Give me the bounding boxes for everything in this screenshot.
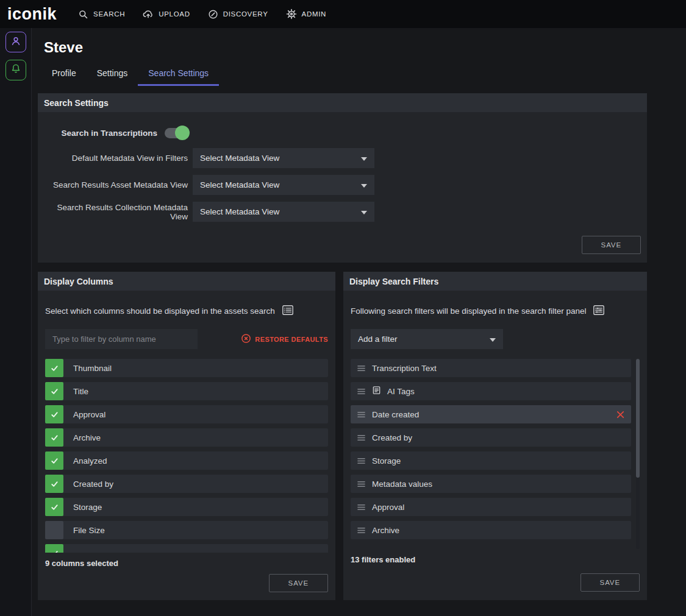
filter-row[interactable]: Transcription Text [351, 359, 631, 377]
filters-list: Transcription Text AI Tags Date created [351, 359, 640, 549]
drag-handle-icon[interactable] [357, 388, 366, 395]
check-icon [50, 387, 59, 396]
chevron-down-icon [361, 207, 367, 216]
restore-defaults-button[interactable]: RESTORE DEFAULTS [241, 333, 328, 345]
filter-row[interactable]: Approval [351, 498, 631, 516]
gear-icon [285, 8, 298, 20]
filter-row[interactable]: Storage [351, 451, 631, 470]
drag-handle-icon[interactable] [357, 364, 366, 372]
drag-handle-icon[interactable] [357, 480, 366, 488]
drag-handle-icon[interactable] [357, 411, 366, 419]
tab-settings[interactable]: Settings [87, 66, 138, 86]
column-checkbox[interactable] [45, 405, 63, 423]
display-columns-description: Select which columns should be displayed… [45, 306, 275, 316]
search-settings-header: Search Settings [38, 93, 647, 112]
transcriptions-toggle[interactable] [165, 128, 188, 138]
nav-discovery[interactable]: DISCOVERY [207, 9, 268, 20]
column-checkbox[interactable] [45, 451, 63, 470]
chevron-down-icon [361, 154, 367, 163]
column-row[interactable]: Analyzed [45, 451, 328, 470]
save-columns-button[interactable]: SAVE [269, 574, 328, 592]
save-button[interactable]: SAVE [582, 236, 641, 254]
column-checkbox[interactable] [45, 382, 63, 400]
restore-x-circle-icon [241, 333, 251, 345]
save-filters-button[interactable]: SAVE [581, 573, 640, 592]
column-label: Storage [73, 503, 102, 512]
nav-upload-label: UPLOAD [159, 10, 190, 18]
filters-scrollbar[interactable] [636, 359, 640, 549]
default-metadata-view-select[interactable]: Select Metadata View [193, 148, 374, 168]
columns-list-icon [281, 304, 295, 318]
check-icon [50, 456, 59, 466]
app-logo[interactable]: iconik [7, 5, 57, 24]
check-icon [50, 410, 59, 419]
column-checkbox[interactable] [45, 544, 63, 553]
tab-search-settings[interactable]: Search Settings [138, 66, 219, 86]
nav-admin[interactable]: ADMIN [285, 8, 327, 20]
collection-metadata-view-label: Search Results Collection Metadata View [38, 203, 188, 221]
default-metadata-view-label: Default Metadata View in Filters [38, 154, 188, 163]
column-filter-input[interactable] [45, 329, 198, 349]
select-value: Select Metadata View [200, 154, 279, 163]
topbar: iconik SEARCH UPLOAD DISCOVERY [0, 0, 686, 28]
column-checkbox[interactable] [45, 428, 63, 447]
page-title: Steve [44, 39, 647, 56]
tab-profile[interactable]: Profile [41, 66, 87, 86]
toggle-knob [175, 126, 190, 140]
column-row[interactable]: File Size [45, 521, 328, 539]
drag-handle-icon[interactable] [357, 526, 366, 534]
column-row[interactable]: Thumbnail [45, 359, 328, 377]
column-checkbox[interactable] [45, 498, 63, 516]
column-row[interactable]: Created by [45, 475, 328, 493]
ai-tags-icon [372, 386, 381, 397]
remove-filter-button[interactable] [616, 410, 625, 419]
display-search-filters-panel: Display Search Filters Following search … [343, 272, 647, 600]
filter-label: Metadata values [372, 480, 432, 489]
notifications-button[interactable] [5, 60, 26, 80]
nav-search[interactable]: SEARCH [77, 9, 125, 20]
drag-handle-icon[interactable] [357, 434, 366, 442]
filter-row[interactable]: AI Tags [351, 382, 631, 400]
nav-upload[interactable]: UPLOAD [142, 8, 190, 20]
check-icon [50, 549, 59, 553]
display-search-filters-header: Display Search Filters [343, 272, 647, 291]
add-filter-value: Add a filter [358, 335, 398, 344]
column-checkbox[interactable] [45, 475, 63, 493]
column-label: Analyzed [73, 456, 107, 466]
drag-handle-icon[interactable] [357, 503, 366, 511]
columns-list: Thumbnail Title Approval Archive Analyze [45, 359, 328, 553]
profile-button[interactable] [5, 32, 26, 52]
column-row[interactable]: Storage [45, 498, 328, 516]
transcriptions-toggle-label: Search in Transcriptions [38, 129, 157, 138]
check-icon [50, 480, 59, 489]
filter-row[interactable]: Archive [351, 521, 631, 539]
filters-panel-icon [592, 304, 606, 318]
check-icon [50, 364, 59, 373]
asset-metadata-view-select[interactable]: Select Metadata View [193, 175, 374, 195]
drag-handle-icon[interactable] [357, 457, 366, 465]
select-value: Select Metadata View [200, 180, 279, 189]
filter-label: Approval [372, 503, 404, 512]
column-row[interactable]: Title [45, 382, 328, 400]
column-label: Created by [73, 480, 113, 489]
column-checkbox[interactable] [45, 359, 63, 377]
add-filter-select[interactable]: Add a filter [351, 329, 503, 349]
collection-metadata-view-select[interactable]: Select Metadata View [193, 202, 374, 222]
check-icon [50, 433, 59, 442]
filter-row[interactable]: Metadata values [351, 475, 631, 493]
column-checkbox[interactable] [45, 521, 63, 539]
filter-label: Date created [372, 410, 419, 419]
column-row[interactable]: Approval [45, 405, 328, 423]
chevron-down-icon [490, 335, 496, 344]
column-row[interactable]: Archive [45, 428, 328, 447]
tabs: Profile Settings Search Settings [41, 66, 647, 86]
filter-label: Created by [372, 433, 412, 442]
discovery-compass-icon [207, 9, 219, 20]
display-columns-header: Display Columns [38, 272, 335, 291]
filter-label: AI Tags [387, 387, 415, 396]
scrollbar-thumb[interactable] [636, 359, 640, 478]
column-row[interactable] [45, 544, 328, 553]
filter-row[interactable]: Created by [351, 428, 631, 447]
filter-row[interactable]: Date created [351, 405, 631, 423]
column-label: File Size [73, 526, 105, 535]
